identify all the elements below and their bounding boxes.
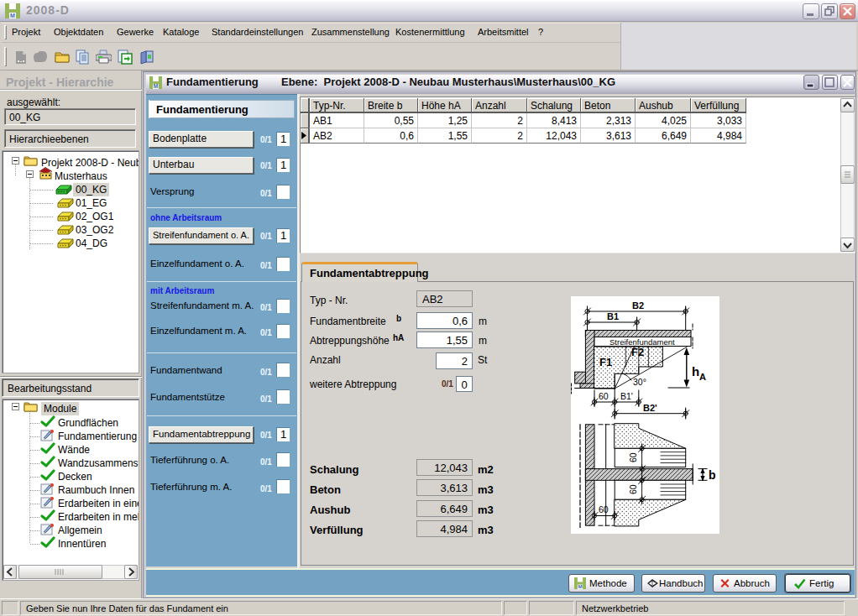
svg-text:M: M bbox=[10, 13, 15, 18]
svg-text:B1: B1 bbox=[607, 311, 619, 321]
svg-text:F1: F1 bbox=[599, 356, 612, 368]
svg-text:A: A bbox=[699, 372, 706, 382]
svg-text:60: 60 bbox=[599, 504, 609, 514]
svg-text:h: h bbox=[692, 364, 699, 378]
svg-text:B1': B1' bbox=[620, 391, 633, 401]
svg-text:Streifenfundament: Streifenfundament bbox=[609, 337, 675, 347]
svg-text:M: M bbox=[154, 83, 159, 89]
svg-text:F2: F2 bbox=[631, 346, 644, 358]
svg-text:60: 60 bbox=[628, 452, 638, 462]
svg-text:60: 60 bbox=[599, 391, 609, 401]
svg-text:60: 60 bbox=[628, 484, 638, 494]
svg-text:b: b bbox=[709, 468, 716, 482]
svg-text:M: M bbox=[578, 583, 582, 589]
svg-text:30°: 30° bbox=[633, 377, 646, 387]
svg-text:B2': B2' bbox=[643, 403, 657, 413]
svg-text:B2: B2 bbox=[632, 300, 644, 311]
